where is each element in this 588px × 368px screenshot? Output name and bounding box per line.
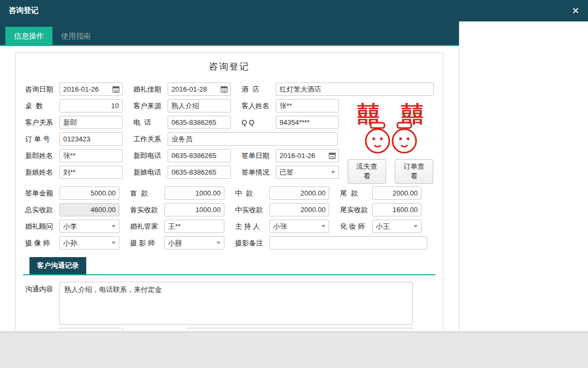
sign-status-select[interactable]: 已签 [276, 166, 339, 179]
field-label: 电 话 [133, 118, 168, 127]
consult-date-field: 咨询日期 [25, 82, 123, 96]
form-row: 婚礼顾问 小李 婚礼管家 主 持 人 [25, 220, 433, 233]
makeup-artist-select[interactable]: 小王 [372, 220, 421, 233]
photo-note-input[interactable] [269, 236, 427, 250]
select-value: 小王 [376, 222, 390, 231]
comm-date-row: 沟通日期 备 注 [25, 328, 433, 331]
field-label: 签单日期 [242, 151, 276, 161]
guest-name-input[interactable] [276, 99, 339, 112]
mid-received-field: 中实收款 [235, 203, 329, 216]
field-label: 中 款 [235, 189, 269, 198]
chevron-down-icon [216, 242, 221, 244]
field-label: 沟通内容 [25, 282, 59, 294]
tables-input[interactable] [59, 99, 123, 112]
work-relation-input[interactable] [168, 132, 338, 146]
bride-name-input[interactable] [59, 166, 123, 179]
butler-input[interactable] [164, 220, 224, 233]
hotel-input[interactable] [276, 82, 434, 96]
makeup-field: 化 妆 师 小王 [340, 220, 421, 233]
field-label: 客人姓名 [242, 101, 276, 111]
select-value: 已签 [280, 168, 293, 177]
tail-received-input[interactable] [372, 203, 421, 216]
tab-communication-log[interactable]: 客户沟通记录 [29, 257, 86, 274]
first-received-input[interactable] [164, 203, 224, 216]
sign-amount-field: 签单金额 [25, 186, 119, 200]
field-label: 摄影备注 [235, 238, 269, 248]
date-input-wrap [168, 82, 231, 96]
loss-view-button[interactable]: 流失查看 [348, 159, 386, 184]
dialog-empty-area [459, 21, 588, 332]
field-label: 桌 数 [25, 101, 59, 111]
tables-field: 桌 数 [25, 99, 123, 112]
bride-phone-input[interactable] [168, 166, 231, 179]
field-label: 咨询日期 [25, 85, 59, 94]
first-pay-field: 首 款 [130, 186, 224, 200]
mid-received-input[interactable] [269, 203, 329, 216]
chevron-down-icon [413, 225, 418, 228]
calendar-icon[interactable] [329, 153, 336, 159]
field-label: 沟通日期 [25, 330, 59, 331]
phone-input[interactable] [168, 116, 231, 129]
order-view-button[interactable]: 订单查看 [395, 159, 433, 184]
field-label: 首实收款 [130, 205, 164, 215]
consultant-field: 婚礼顾问 小李 [25, 220, 119, 233]
consult-form-panel: 咨询登记 咨询日期 婚礼佳期 [15, 52, 443, 331]
hotel-field: 酒 店 [242, 82, 434, 96]
customer-relation-input[interactable] [59, 116, 123, 129]
calendar-icon[interactable] [221, 86, 228, 93]
double-happiness-block: 囍 囍 [348, 100, 433, 184]
communication-date-input[interactable] [59, 328, 123, 331]
tail-pay-input[interactable] [372, 186, 421, 200]
form-title: 咨询登记 [25, 61, 433, 73]
tab-user-guide[interactable]: 使用指南 [52, 27, 100, 45]
remark-input[interactable] [187, 328, 413, 331]
customer-source-input[interactable] [168, 99, 231, 112]
host-field: 主 持 人 小张 [235, 220, 329, 233]
bride-phone-field: 新娘电话 [133, 166, 231, 179]
field-label: 备 注 [153, 330, 187, 331]
close-icon[interactable]: ✕ [572, 6, 579, 16]
field-label: 总实收款 [25, 205, 59, 215]
total-received-field: 总实收款 [25, 203, 119, 216]
sign-amount-input[interactable] [59, 186, 119, 200]
calendar-icon[interactable] [112, 86, 119, 93]
communication-body: 沟通内容 熟人介绍，电话联系，来付定金 沟通日期 备 注 [23, 275, 435, 331]
consultant-select[interactable]: 小李 [59, 220, 119, 233]
groom-name-input[interactable] [59, 149, 123, 162]
groom-phone-field: 新郎电话 [133, 149, 231, 162]
field-label: 首 款 [130, 189, 164, 198]
field-label: 新郎姓名 [25, 151, 59, 161]
relation-field: 客户关系 [25, 116, 123, 129]
field-label: 工作关系 [133, 134, 168, 144]
form-row: 摄 像 师 小孙 摄 影 师 小丽 [25, 236, 433, 250]
source-field: 客户来源 [133, 99, 231, 112]
order-no-field: 订 单 号 [25, 132, 123, 146]
chevron-down-icon [111, 225, 116, 228]
order-no-input[interactable] [59, 132, 123, 146]
communication-content-textarea[interactable]: 熟人介绍，电话联系，来付定金 [59, 282, 413, 325]
qq-input[interactable] [276, 116, 339, 129]
chevron-down-icon [111, 242, 116, 244]
first-pay-input[interactable] [164, 186, 224, 200]
form-row: 咨询日期 婚礼佳期 [25, 82, 433, 96]
communication-header: 客户沟通记录 [23, 257, 435, 275]
dialog-titlebar: 咨询登记 ✕ [0, 0, 588, 21]
first-received-field: 首实收款 [130, 203, 224, 216]
view-buttons: 流失查看 订单查看 [348, 159, 433, 184]
tab-bar: 信息操作 使用指南 [0, 21, 459, 46]
double-happiness-illustration: 囍 囍 [350, 100, 431, 157]
field-label: 客户关系 [25, 118, 59, 127]
mid-pay-input[interactable] [269, 186, 329, 200]
photographer-select[interactable]: 小丽 [164, 236, 224, 250]
tab-info-operation[interactable]: 信息操作 [5, 27, 52, 45]
field-label: 尾实收款 [340, 205, 372, 215]
videographer-select[interactable]: 小孙 [59, 236, 119, 250]
host-select[interactable]: 小张 [269, 220, 329, 233]
field-label: 婚礼管家 [130, 222, 164, 231]
mid-pay-field: 中 款 [235, 186, 329, 200]
photographer-field: 摄 影 师 小丽 [130, 236, 224, 250]
groom-phone-input[interactable] [168, 149, 231, 162]
select-value: 小孙 [63, 238, 77, 248]
field-label: 化 妆 师 [340, 222, 372, 231]
consult-register-dialog: 咨询登记 ✕ 信息操作 使用指南 咨询登记 咨询日期 [0, 0, 588, 332]
